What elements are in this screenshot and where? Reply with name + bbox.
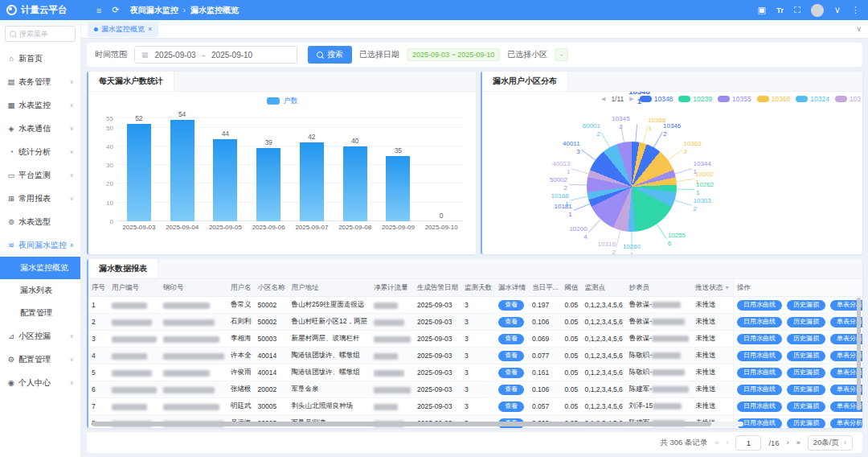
sidebar-item-11[interactable]: ◉个人中心∨ <box>0 371 80 394</box>
pie-slice-label: 500022 <box>550 176 567 192</box>
sidebar-subitem-0[interactable]: 漏水监控概览 <box>0 257 80 279</box>
pie-legend-item[interactable]: 10324 <box>796 95 829 103</box>
sidebar-item-3[interactable]: ◈水表通信∨ <box>0 117 80 140</box>
sidebar-item-5[interactable]: ▭平台监测∨ <box>0 163 80 187</box>
cell-seq: 4 <box>88 348 108 364</box>
redacted-value <box>163 387 215 393</box>
tab-leak-monitor-overview[interactable]: 漏水监控概览 × <box>88 22 158 37</box>
pie-chart[interactable] <box>587 142 677 232</box>
prev-page-button[interactable]: ‹ <box>726 438 728 447</box>
tab-label: 漏水监控概览 <box>101 24 145 35</box>
reader-name: 鲁敦谋- <box>629 334 652 342</box>
daily-water-curve-button[interactable]: 日用水曲线 <box>737 401 782 412</box>
tabbar-chevron-down-icon[interactable]: ∨ <box>856 25 862 33</box>
chevron-up-icon: ∧ <box>70 241 75 249</box>
breadcrumb-item[interactable]: 夜间漏水监控 <box>130 5 178 16</box>
history-leak-button[interactable]: 历史漏损 <box>787 418 825 429</box>
avatar[interactable] <box>811 4 824 17</box>
sidebar-item-6[interactable]: ⊞常用报表∨ <box>0 187 80 210</box>
pie-legend-item[interactable]: 10239 <box>678 95 712 103</box>
cell-actions: 日用水曲线历史漏损单表分析 <box>734 398 862 415</box>
history-leak-button[interactable]: 历史漏损 <box>787 401 825 412</box>
date-range-input[interactable]: ▦ 2025-09-03 - 2025-09-10 <box>134 46 297 64</box>
sidebar-item-4[interactable]: ◔统计分析∨ <box>0 140 80 163</box>
legend-next-icon[interactable]: ▶ <box>629 96 633 102</box>
single-meter-analysis-button[interactable]: 单表分析 <box>830 418 862 429</box>
page-size-select[interactable]: 20条/页 ∨ <box>808 435 853 451</box>
cell-net_flow <box>371 297 414 314</box>
view-leak-detail-button[interactable]: 查看 <box>498 401 524 412</box>
sidebar-subitem-1[interactable]: 漏水列表 <box>0 279 80 302</box>
daily-water-curve-button[interactable]: 日用水曲线 <box>737 385 782 395</box>
refresh-icon[interactable]: ⟳ <box>112 5 119 15</box>
cell-days: 3 <box>461 381 495 398</box>
sidebar-item-10[interactable]: ⚙配置管理∨ <box>0 348 80 371</box>
horizontal-scrollbar-thumb[interactable] <box>92 422 711 426</box>
cell-seal_no <box>160 297 227 314</box>
chevron-down-icon: ∨ <box>70 379 75 386</box>
daily-water-curve-button[interactable]: 日用水曲线 <box>737 317 782 327</box>
last-page-button[interactable]: » <box>796 438 800 447</box>
leak-data-table: 序号用户编号钢印号用户名小区名称用户地址净累计流量生成告警日期监测天数漏水详情当… <box>88 279 862 428</box>
collapse-menu-icon[interactable]: ≡ <box>96 6 101 15</box>
daily-water-curve-button[interactable]: 日用水曲线 <box>737 300 782 311</box>
sidebar-item-8[interactable]: ≋夜间漏水监控∧ <box>0 233 80 257</box>
pie-slice-label: 103032 <box>693 197 710 213</box>
more-icon[interactable]: ⋮ <box>851 5 860 15</box>
chevron-down-icon[interactable]: ∨ <box>834 5 841 15</box>
redacted-value <box>112 387 157 393</box>
history-leak-button[interactable]: 历史漏损 <box>787 317 825 327</box>
sidebar-item-0[interactable]: ⌂新首页 <box>0 47 80 70</box>
pie-slice-label: 102556 <box>668 232 686 248</box>
history-leak-button[interactable]: 历史漏损 <box>787 334 825 344</box>
y-tick-label: 55 <box>106 115 113 122</box>
daily-water-curve-button[interactable]: 日用水曲线 <box>737 334 782 344</box>
view-leak-detail-button[interactable]: 查看 <box>498 368 524 378</box>
view-leak-detail-button[interactable]: 查看 <box>498 385 524 395</box>
filter-icon[interactable]: ▼ <box>724 285 730 290</box>
history-leak-button[interactable]: 历史漏损 <box>787 368 825 378</box>
redacted-value <box>652 386 689 393</box>
pie-legend-item[interactable]: 10365 <box>835 95 861 103</box>
view-leak-detail-button[interactable]: 查看 <box>498 300 524 311</box>
daily-water-curve-button[interactable]: 日用水曲线 <box>737 418 782 429</box>
cell-address: 新屋村两层、玻璃栏杆 <box>289 331 371 348</box>
pie-slice-value: 2 <box>612 123 629 131</box>
table-row: 5许俊雨40014陶港镇团垅许、螺墩组2025-09-033查看0.1610.0… <box>88 364 862 381</box>
view-leak-detail-button[interactable]: 查看 <box>498 334 524 344</box>
sidebar-subitem-2[interactable]: 配置管理 <box>0 302 80 324</box>
pie-legend-item[interactable]: 10348 <box>640 95 674 103</box>
sidebar-item-1[interactable]: ▤表务管理∨ <box>0 70 80 93</box>
column-header-community: 小区名称 <box>255 279 289 297</box>
cell-net_flow <box>371 331 414 348</box>
daily-water-curve-button[interactable]: 日用水曲线 <box>737 368 782 378</box>
history-leak-button[interactable]: 历史漏损 <box>787 300 825 311</box>
pie-slice-name: 40011 <box>563 140 580 147</box>
close-icon[interactable]: × <box>148 25 152 33</box>
legend-prev-icon[interactable]: ◀ <box>601 96 605 102</box>
screenshot-icon[interactable]: ▣ <box>758 5 766 15</box>
table-scroll-area[interactable]: 序号用户编号钢印号用户名小区名称用户地址净累计流量生成告警日期监测天数漏水详情当… <box>88 279 862 428</box>
sidebar-item-7[interactable]: ⊚水表选型 <box>0 210 80 233</box>
sidebar-item-2[interactable]: ▦水表监控∨ <box>0 93 80 117</box>
search-button[interactable]: 搜索 <box>308 46 352 64</box>
first-page-button[interactable]: « <box>714 438 719 447</box>
fullscreen-icon[interactable]: ⛶ <box>794 5 800 15</box>
view-leak-detail-button[interactable]: 查看 <box>498 351 524 361</box>
pie-legend-item[interactable]: 10368 <box>757 95 791 103</box>
bar-chart-legend[interactable]: 户数 <box>88 94 476 107</box>
cell-user_no <box>108 331 160 348</box>
vertical-scrollbar[interactable] <box>857 298 861 410</box>
view-leak-detail-button[interactable]: 查看 <box>498 317 524 327</box>
daily-water-curve-button[interactable]: 日用水曲线 <box>737 351 782 361</box>
history-leak-button[interactable]: 历史漏损 <box>787 385 825 395</box>
page-number-input[interactable]: 1 <box>735 435 761 451</box>
pie-legend: ◀1/11▶103481023910355103681032410365103 <box>601 95 861 103</box>
pie-legend-item[interactable]: 10355 <box>718 95 751 103</box>
history-leak-button[interactable]: 历史漏损 <box>787 351 825 361</box>
bar-chart-plot: 0102030405055525444394240350 <box>117 118 463 221</box>
sidebar-search-input[interactable]: 搜索菜单 <box>5 26 76 42</box>
next-page-button[interactable]: › <box>787 438 789 447</box>
sidebar-item-9[interactable]: ⊿小区控漏∨ <box>0 324 80 348</box>
translate-icon[interactable]: Tr <box>776 6 784 14</box>
